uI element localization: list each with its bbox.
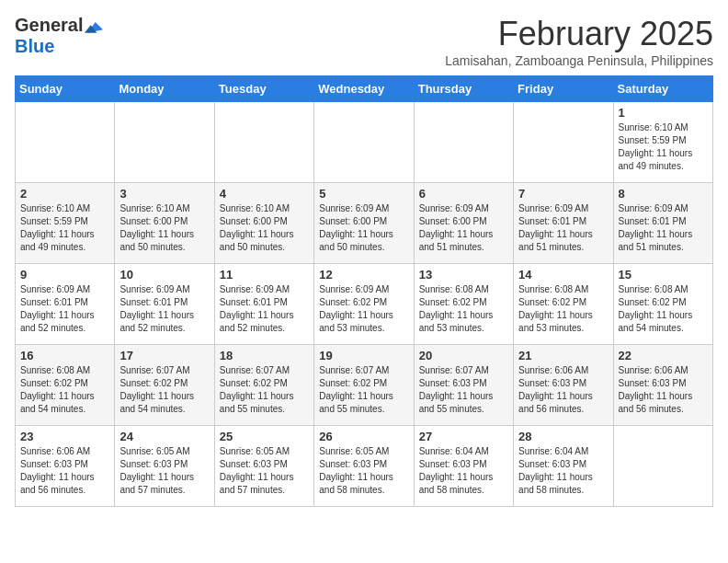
calendar-week-row: 23Sunrise: 6:06 AM Sunset: 6:03 PM Dayli… bbox=[16, 426, 713, 507]
day-info: Sunrise: 6:09 AM Sunset: 6:01 PM Dayligh… bbox=[119, 283, 209, 335]
day-info: Sunrise: 6:09 AM Sunset: 6:01 PM Dayligh… bbox=[220, 283, 309, 335]
day-number: 8 bbox=[619, 187, 708, 201]
day-number: 22 bbox=[619, 349, 708, 362]
day-info: Sunrise: 6:10 AM Sunset: 5:59 PM Dayligh… bbox=[20, 202, 109, 254]
weekday-header-saturday: Saturday bbox=[613, 76, 712, 102]
logo: General Blue bbox=[15, 15, 103, 57]
day-number: 12 bbox=[319, 268, 408, 282]
logo-general-text: General bbox=[15, 15, 83, 36]
calendar-table: SundayMondayTuesdayWednesdayThursdayFrid… bbox=[15, 75, 713, 507]
day-info: Sunrise: 6:09 AM Sunset: 6:01 PM Dayligh… bbox=[619, 202, 708, 254]
day-info: Sunrise: 6:09 AM Sunset: 6:01 PM Dayligh… bbox=[20, 283, 109, 335]
weekday-header-monday: Monday bbox=[115, 76, 214, 102]
calendar-cell: 27Sunrise: 6:04 AM Sunset: 6:03 PM Dayli… bbox=[414, 426, 513, 507]
calendar-cell: 23Sunrise: 6:06 AM Sunset: 6:03 PM Dayli… bbox=[16, 426, 115, 507]
day-number: 20 bbox=[419, 349, 508, 362]
calendar-cell: 1Sunrise: 6:10 AM Sunset: 5:59 PM Daylig… bbox=[613, 102, 712, 183]
day-number: 23 bbox=[20, 430, 109, 443]
day-number: 10 bbox=[119, 268, 209, 282]
calendar-cell: 16Sunrise: 6:08 AM Sunset: 6:02 PM Dayli… bbox=[16, 345, 115, 426]
day-number: 19 bbox=[319, 349, 408, 362]
calendar-week-row: 9Sunrise: 6:09 AM Sunset: 6:01 PM Daylig… bbox=[16, 264, 713, 345]
calendar-cell: 7Sunrise: 6:09 AM Sunset: 6:01 PM Daylig… bbox=[514, 183, 613, 264]
day-info: Sunrise: 6:09 AM Sunset: 6:00 PM Dayligh… bbox=[319, 202, 408, 254]
weekday-header-thursday: Thursday bbox=[414, 76, 513, 102]
day-info: Sunrise: 6:10 AM Sunset: 6:00 PM Dayligh… bbox=[119, 202, 209, 254]
calendar-cell: 4Sunrise: 6:10 AM Sunset: 6:00 PM Daylig… bbox=[214, 183, 313, 264]
weekday-header-tuesday: Tuesday bbox=[214, 76, 313, 102]
calendar-cell: 3Sunrise: 6:10 AM Sunset: 6:00 PM Daylig… bbox=[115, 183, 214, 264]
calendar-cell: 25Sunrise: 6:05 AM Sunset: 6:03 PM Dayli… bbox=[214, 426, 313, 507]
day-info: Sunrise: 6:06 AM Sunset: 6:03 PM Dayligh… bbox=[20, 445, 109, 497]
calendar-cell: 21Sunrise: 6:06 AM Sunset: 6:03 PM Dayli… bbox=[514, 345, 613, 426]
day-info: Sunrise: 6:05 AM Sunset: 6:03 PM Dayligh… bbox=[119, 445, 209, 497]
day-info: Sunrise: 6:09 AM Sunset: 6:01 PM Dayligh… bbox=[518, 202, 608, 254]
day-info: Sunrise: 6:08 AM Sunset: 6:02 PM Dayligh… bbox=[20, 364, 109, 416]
day-number: 28 bbox=[518, 430, 608, 443]
day-info: Sunrise: 6:05 AM Sunset: 6:03 PM Dayligh… bbox=[220, 445, 309, 497]
day-info: Sunrise: 6:07 AM Sunset: 6:02 PM Dayligh… bbox=[319, 364, 408, 416]
day-number: 3 bbox=[119, 187, 209, 201]
day-number: 1 bbox=[619, 106, 708, 120]
day-info: Sunrise: 6:04 AM Sunset: 6:03 PM Dayligh… bbox=[518, 445, 608, 497]
calendar-cell bbox=[115, 102, 214, 183]
day-number: 21 bbox=[518, 349, 608, 362]
day-number: 13 bbox=[419, 268, 508, 282]
day-info: Sunrise: 6:06 AM Sunset: 6:03 PM Dayligh… bbox=[518, 364, 608, 416]
calendar-week-row: 1Sunrise: 6:10 AM Sunset: 5:59 PM Daylig… bbox=[16, 102, 713, 183]
calendar-cell: 8Sunrise: 6:09 AM Sunset: 6:01 PM Daylig… bbox=[613, 183, 712, 264]
day-info: Sunrise: 6:06 AM Sunset: 6:03 PM Dayligh… bbox=[619, 364, 708, 416]
calendar-cell: 17Sunrise: 6:07 AM Sunset: 6:02 PM Dayli… bbox=[115, 345, 214, 426]
day-number: 11 bbox=[220, 268, 309, 282]
logo-blue-text: Blue bbox=[15, 36, 54, 57]
day-number: 14 bbox=[518, 268, 608, 282]
calendar-cell: 22Sunrise: 6:06 AM Sunset: 6:03 PM Dayli… bbox=[613, 345, 712, 426]
calendar-cell: 9Sunrise: 6:09 AM Sunset: 6:01 PM Daylig… bbox=[16, 264, 115, 345]
calendar-cell: 11Sunrise: 6:09 AM Sunset: 6:01 PM Dayli… bbox=[214, 264, 313, 345]
calendar-week-row: 2Sunrise: 6:10 AM Sunset: 5:59 PM Daylig… bbox=[16, 183, 713, 264]
calendar-cell bbox=[214, 102, 313, 183]
day-number: 5 bbox=[319, 187, 408, 201]
month-title: February 2025 bbox=[445, 15, 713, 53]
day-info: Sunrise: 6:07 AM Sunset: 6:02 PM Dayligh… bbox=[119, 364, 209, 416]
day-number: 6 bbox=[419, 187, 508, 201]
day-info: Sunrise: 6:09 AM Sunset: 6:02 PM Dayligh… bbox=[319, 283, 408, 335]
calendar-cell: 13Sunrise: 6:08 AM Sunset: 6:02 PM Dayli… bbox=[414, 264, 513, 345]
calendar-cell bbox=[414, 102, 513, 183]
day-info: Sunrise: 6:07 AM Sunset: 6:03 PM Dayligh… bbox=[419, 364, 508, 416]
calendar-cell: 14Sunrise: 6:08 AM Sunset: 6:02 PM Dayli… bbox=[514, 264, 613, 345]
day-info: Sunrise: 6:08 AM Sunset: 6:02 PM Dayligh… bbox=[518, 283, 608, 335]
calendar-cell: 5Sunrise: 6:09 AM Sunset: 6:00 PM Daylig… bbox=[314, 183, 414, 264]
day-info: Sunrise: 6:09 AM Sunset: 6:00 PM Dayligh… bbox=[419, 202, 508, 254]
day-info: Sunrise: 6:10 AM Sunset: 5:59 PM Dayligh… bbox=[619, 121, 708, 173]
day-number: 17 bbox=[119, 349, 209, 362]
day-info: Sunrise: 6:05 AM Sunset: 6:03 PM Dayligh… bbox=[319, 445, 408, 497]
day-number: 2 bbox=[20, 187, 109, 201]
day-number: 27 bbox=[419, 430, 508, 443]
page-header: General Blue February 2025 Lamisahan, Za… bbox=[15, 15, 713, 68]
calendar-cell: 19Sunrise: 6:07 AM Sunset: 6:02 PM Dayli… bbox=[314, 345, 414, 426]
day-number: 16 bbox=[20, 349, 109, 362]
day-number: 9 bbox=[20, 268, 109, 282]
day-info: Sunrise: 6:08 AM Sunset: 6:02 PM Dayligh… bbox=[619, 283, 708, 335]
calendar-cell: 24Sunrise: 6:05 AM Sunset: 6:03 PM Dayli… bbox=[115, 426, 214, 507]
day-number: 25 bbox=[220, 430, 309, 443]
calendar-cell: 26Sunrise: 6:05 AM Sunset: 6:03 PM Dayli… bbox=[314, 426, 414, 507]
weekday-header-friday: Friday bbox=[514, 76, 613, 102]
weekday-header-wednesday: Wednesday bbox=[314, 76, 414, 102]
calendar-cell: 6Sunrise: 6:09 AM Sunset: 6:00 PM Daylig… bbox=[414, 183, 513, 264]
calendar-cell: 10Sunrise: 6:09 AM Sunset: 6:01 PM Dayli… bbox=[115, 264, 214, 345]
calendar-cell: 12Sunrise: 6:09 AM Sunset: 6:02 PM Dayli… bbox=[314, 264, 414, 345]
location-subtitle: Lamisahan, Zamboanga Peninsula, Philippi… bbox=[445, 53, 713, 68]
calendar-cell bbox=[514, 102, 613, 183]
calendar-cell bbox=[16, 102, 115, 183]
day-number: 18 bbox=[220, 349, 309, 362]
calendar-cell: 28Sunrise: 6:04 AM Sunset: 6:03 PM Dayli… bbox=[514, 426, 613, 507]
title-block: February 2025 Lamisahan, Zamboanga Penin… bbox=[445, 15, 713, 68]
calendar-cell: 18Sunrise: 6:07 AM Sunset: 6:02 PM Dayli… bbox=[214, 345, 313, 426]
day-number: 7 bbox=[518, 187, 608, 201]
calendar-week-row: 16Sunrise: 6:08 AM Sunset: 6:02 PM Dayli… bbox=[16, 345, 713, 426]
calendar-cell: 15Sunrise: 6:08 AM Sunset: 6:02 PM Dayli… bbox=[613, 264, 712, 345]
calendar-cell: 20Sunrise: 6:07 AM Sunset: 6:03 PM Dayli… bbox=[414, 345, 513, 426]
day-info: Sunrise: 6:08 AM Sunset: 6:02 PM Dayligh… bbox=[419, 283, 508, 335]
